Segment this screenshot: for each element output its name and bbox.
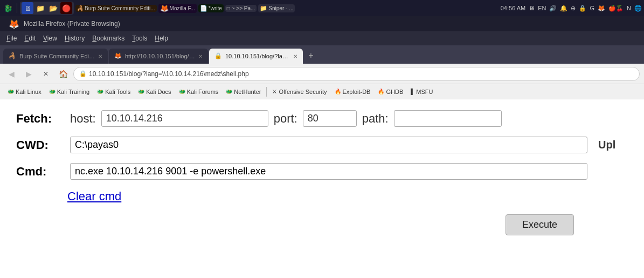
- msfu-icon: ▌: [411, 89, 414, 94]
- tab-blog1[interactable]: 🦊 http://10.10.10.151/blog/?lan... ✕: [109, 49, 208, 64]
- menu-edit[interactable]: Edit: [21, 33, 39, 43]
- new-tab-button[interactable]: +: [304, 49, 318, 63]
- cwd-row: CWD: Upl: [16, 137, 628, 153]
- page-content: Fetch: host: port: path: CWD: Upl Cmd: C…: [0, 99, 644, 278]
- tab-burp-label: Burp Suite Community Editi...: [19, 53, 95, 59]
- taskbar-app-1[interactable]: 🖥: [22, 2, 33, 14]
- clear-cmd-row: Clear cmd: [16, 189, 628, 204]
- kali-training-icon: 🐲: [49, 89, 56, 94]
- clear-cmd-link[interactable]: Clear cmd: [67, 189, 121, 203]
- kali-linux-icon: 🐲: [8, 89, 14, 94]
- menu-help[interactable]: Help: [151, 33, 171, 43]
- port-input[interactable]: [303, 110, 357, 127]
- taskbar-group-firefox[interactable]: 🦊 Mozilla F...: [158, 4, 197, 13]
- host-input[interactable]: [101, 110, 268, 127]
- bookmark-msfu[interactable]: ▌ MSFU: [407, 87, 436, 96]
- bookmarks-bar: 🐲 Kali Linux 🐲 Kali Training 🐲 Kali Tool…: [0, 84, 644, 99]
- menu-view[interactable]: View: [40, 33, 60, 43]
- cwd-input[interactable]: [70, 137, 587, 153]
- tab-blog1-favicon: 🦊: [114, 52, 122, 60]
- offensive-security-icon: ⚔: [272, 89, 277, 94]
- execute-button[interactable]: Execute: [505, 214, 574, 235]
- url-text: 10.10.10.151/blog/?lang=\\10.10.14.216\m…: [89, 70, 249, 78]
- browser-title: Mozilla Firefox (Private Browsing): [24, 20, 120, 28]
- tab-blog2-close[interactable]: ✕: [293, 53, 297, 59]
- bookmark-ghdb[interactable]: 🔥 GHDB: [375, 87, 406, 96]
- path-input[interactable]: [394, 110, 502, 127]
- taskbar-app-2[interactable]: 📁: [34, 2, 46, 14]
- menu-history[interactable]: History: [61, 33, 88, 43]
- bookmark-nethunter[interactable]: 🐲 NetHunter: [223, 87, 264, 96]
- kali-docs-icon: 🐲: [138, 89, 144, 94]
- taskbar-group-write[interactable]: 📄 *write: [198, 4, 224, 12]
- os-taskbar: 🐉 🖥 📁 📂 🔴 🦂 Burp Suite Community Editi..…: [0, 0, 644, 16]
- browser-title-bar: 🦊 Mozilla Firefox (Private Browsing): [0, 16, 644, 31]
- tab-blog2[interactable]: 🔒 10.10.10.151/blog/?lang=... ✕: [209, 49, 303, 64]
- taskbar-group-sniper[interactable]: 📁 Sniper - ...: [258, 4, 295, 12]
- taskbar-app-3[interactable]: 📂: [47, 2, 59, 14]
- bookmark-kali-tools[interactable]: 🐲 Kali Tools: [94, 87, 134, 96]
- taskbar-app-4[interactable]: 🔴: [60, 2, 72, 14]
- fetch-row: Fetch: host: port: path:: [16, 110, 628, 127]
- cwd-label: CWD:: [16, 138, 65, 152]
- exploit-db-icon: 🔥: [335, 89, 341, 94]
- ghdb-icon: 🔥: [378, 89, 384, 94]
- taskbar-group-terminal[interactable]: □ ~ >> Pa...: [225, 5, 257, 12]
- tab-burp-favicon: 🦂: [9, 52, 16, 60]
- cmd-input[interactable]: [70, 163, 587, 180]
- host-label: host:: [70, 112, 96, 126]
- back-button[interactable]: ◀: [4, 67, 18, 81]
- url-lock-icon: 🔒: [79, 70, 87, 77]
- sep1: [17, 3, 17, 13]
- taskbar-group-burp[interactable]: 🦂 Burp Suite Community Editi...: [75, 5, 157, 12]
- cmd-row: Cmd:: [16, 163, 628, 180]
- bookmark-kali-training[interactable]: 🐲 Kali Training: [46, 87, 93, 96]
- bookmark-kali-docs[interactable]: 🐲 Kali Docs: [135, 87, 174, 96]
- port-label: port:: [274, 112, 297, 126]
- tab-bar: 🦂 Burp Suite Community Editi... ✕ 🦊 http…: [0, 45, 644, 64]
- taskbar-group-left: 🖥 📁 📂 🔴: [20, 2, 74, 15]
- bookmark-kali-forums[interactable]: 🐲 Kali Forums: [176, 87, 222, 96]
- forward-button[interactable]: ▶: [22, 67, 36, 81]
- bookmarks-sep: [266, 87, 267, 97]
- address-bar: ◀ ▶ ✕ 🏠 🔒 10.10.10.151/blog/?lang=\\10.1…: [0, 64, 644, 84]
- tab-burp-close[interactable]: ✕: [98, 53, 102, 59]
- tab-blog2-favicon: 🔒: [214, 52, 222, 60]
- tab-blog1-label: http://10.10.10.151/blog/?lan...: [125, 53, 195, 59]
- kali-forums-icon: 🐲: [179, 89, 185, 94]
- home-button[interactable]: 🏠: [56, 67, 70, 81]
- tab-blog1-close[interactable]: ✕: [198, 53, 203, 59]
- tab-burp[interactable]: 🦂 Burp Suite Community Editi... ✕: [3, 49, 108, 64]
- kali-icon[interactable]: 🐉: [2, 2, 14, 14]
- url-bar[interactable]: 🔒 10.10.10.151/blog/?lang=\\10.10.14.216…: [73, 67, 640, 81]
- stop-button[interactable]: ✕: [39, 67, 53, 81]
- tab-blog2-label: 10.10.10.151/blog/?lang=...: [225, 53, 290, 59]
- bookmark-exploit-db[interactable]: 🔥 Exploit-DB: [331, 87, 374, 96]
- menu-file[interactable]: File: [3, 33, 20, 43]
- cmd-label: Cmd:: [16, 165, 65, 179]
- path-label: path:: [362, 112, 389, 126]
- fetch-label: Fetch:: [16, 112, 65, 126]
- execute-row: Execute: [16, 214, 574, 235]
- browser-window: 🦊 Mozilla Firefox (Private Browsing) Fil…: [0, 16, 644, 278]
- menu-bar: File Edit View History Bookmarks Tools H…: [0, 31, 644, 45]
- bookmark-kali-linux[interactable]: 🐲 Kali Linux: [4, 87, 45, 96]
- menu-bookmarks[interactable]: Bookmarks: [89, 33, 128, 43]
- kali-tools-icon: 🐲: [97, 89, 103, 94]
- nethunter-icon: 🐲: [226, 89, 232, 94]
- bookmark-offensive-security[interactable]: ⚔ Offensive Security: [269, 87, 330, 96]
- taskbar-time: 04:56 AM 🖥 EN 🔊 🔔 ⊕ 🔒 G 🦊 🍎🍒 N 🌐: [501, 5, 642, 12]
- upload-label: Upl: [598, 139, 615, 151]
- menu-tools[interactable]: Tools: [129, 33, 150, 43]
